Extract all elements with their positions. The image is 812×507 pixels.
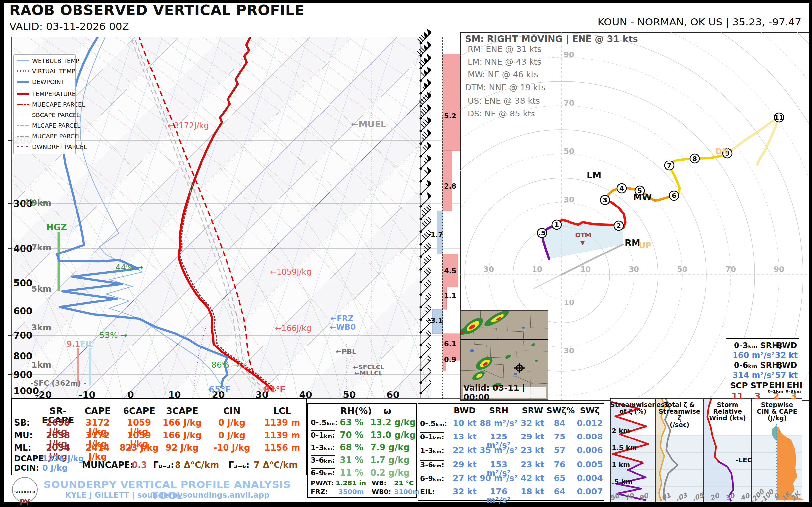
bwd3-header: BWD — [776, 342, 797, 350]
hodo-height-marker-label: 6 — [672, 191, 676, 200]
legend-item-wetbulb: WETBULB TEMP — [17, 57, 80, 64]
legend-label: MUCAPE PARCEL — [32, 133, 82, 139]
dtm-point-label: DTM — [575, 232, 592, 239]
hodo-height-marker-label: 2 — [616, 222, 621, 230]
rm-point-label: RM — [624, 238, 641, 247]
cape6-annotation: ←1059J/kg — [270, 268, 311, 276]
omega-bar-label: 2.8 — [444, 183, 456, 190]
hodo-ring-label: 70 — [564, 99, 574, 107]
shear-swzpct: 65 — [546, 474, 573, 483]
shear-srh: 176 m²/s² — [479, 488, 519, 505]
srh6-value: 314 m²/s² — [732, 371, 775, 380]
bwd6-header: BWD — [776, 361, 797, 370]
shear-swzpct: 64 — [546, 488, 573, 496]
srh3-header: 0-3ₖₘ SRH, — [734, 342, 781, 350]
dcape-bar-label: 9.1 — [66, 340, 81, 348]
mu-row-label: MU: — [14, 431, 33, 440]
omega-bar-label: -3.1 — [428, 317, 442, 324]
ehi3-header: EHI — [787, 381, 802, 389]
legend-item-mlcape: MLCAPE PARCEL — [17, 122, 81, 129]
hgz-label: HGZ — [46, 223, 67, 232]
shear-bwd: 22 kt — [451, 446, 478, 455]
height-label: 7km — [32, 242, 51, 252]
cape3-annotation: ←166J/kg — [275, 324, 311, 333]
mini-height-label: 2 km — [612, 427, 630, 435]
shear-bwd: 27 kt — [451, 474, 478, 483]
dwndrft-line-icon — [17, 146, 30, 147]
rh-row-label: 3-6ₖₘ: — [311, 456, 335, 464]
hodo-height-marker-label: 11 — [774, 114, 783, 121]
lapse36-value: 7 Δ°C/km — [254, 461, 298, 469]
ml-lcl: 1156 m — [262, 444, 302, 452]
hodo-ring-label: 90 — [564, 50, 574, 59]
srw-header: SRW — [519, 406, 546, 415]
hodo-ring-label: 10 — [532, 265, 543, 274]
frz-label: FRZ: — [311, 489, 328, 495]
omega-value: 1.7 g/kg — [370, 456, 410, 465]
shear-swz: 0.008 — [576, 433, 603, 441]
omega-value: 7.9 g/kg — [370, 443, 410, 452]
hodo-ring-label: 10 — [564, 298, 574, 307]
wb0-annotation: ←WB0 — [330, 323, 356, 331]
wb0-value: 3100m — [394, 489, 419, 495]
legend-item-mucape: MUCAPE PARCEL — [17, 133, 82, 139]
rh-value: 70 % — [335, 431, 368, 440]
shear-srw: 42 kt — [519, 474, 546, 483]
shear-srw: 29 kt — [519, 433, 546, 441]
rh-value: 63 % — [335, 418, 368, 427]
station-title: KOUN - NORMAN, OK US | 35.23, -97.47 — [503, 16, 801, 27]
srh3-value: 160 m²/s² — [732, 351, 775, 360]
height-label: 3km — [32, 323, 51, 332]
shear-srw: 32 kt — [519, 419, 546, 428]
shear-srh: 88 m²/s² — [479, 419, 519, 428]
rh-col-header: RH(%) — [340, 406, 372, 416]
panel2-title: Total ζ & Streamwise ζ (/sec) — [656, 402, 703, 428]
legend-label: SBCAPE PARCEL — [32, 112, 80, 118]
lm-point-label: LM — [587, 171, 601, 180]
legend-item-muecape: MUECAPE PARCEL — [17, 101, 86, 108]
mucape-line-icon — [17, 136, 30, 137]
muncape-value: 0.3 — [132, 461, 147, 469]
shear-srh: 35 m²/s² — [479, 446, 519, 455]
rm-motion: RM: ENE @ 31 kts — [468, 45, 542, 54]
hodo-height-marker-label: 8 — [693, 155, 697, 163]
mini-height-label: .5 km — [612, 477, 632, 486]
omega-value: 0.2 g/kg — [370, 468, 410, 477]
omega-value: 13.2 g/kg — [370, 418, 416, 427]
lm-motion: LM: NNE @ 43 kts — [468, 58, 542, 66]
hodo-ring-label: 70 — [725, 265, 736, 274]
mu-cin: 0 J/kg — [212, 431, 252, 440]
ml-3cape: 92 J/kg — [162, 444, 202, 452]
shear-bwd: 10 kt — [451, 419, 478, 428]
shear-swzpct: 76 — [546, 460, 573, 469]
rh-row-label: 1-3ₖₘ: — [311, 444, 335, 451]
lapse03-label: Γ₀₋₃: — [153, 461, 174, 469]
bwd6-value: 57 kt — [775, 371, 798, 380]
omega-bar-label: 0.9 — [444, 356, 456, 363]
rh-value: 31 % — [335, 456, 368, 465]
logo-text-bottom: PY — [13, 498, 37, 506]
virtual-temp-line-icon — [17, 70, 30, 72]
dewpoint-line-icon — [17, 81, 30, 83]
shear-swzpct: 84 — [546, 419, 573, 428]
shear-srw: 18 kt — [519, 488, 546, 496]
omega-bar-label: 6.1 — [444, 340, 456, 347]
legend-label: MUECAPE PARCEL — [32, 101, 86, 108]
us-motion: US: ENE @ 38 kts — [468, 97, 540, 105]
sb-row-label: SB: — [14, 418, 30, 427]
dcape-value: 1236 J/kg — [42, 455, 84, 463]
shear-bwd: 29 kt — [451, 460, 478, 469]
storm-motion-headline: SM: RIGHT MOVING | ENE @ 31 kts — [465, 35, 638, 44]
mlcape-line-icon — [17, 125, 30, 126]
shear-swz: 0.005 — [576, 460, 603, 469]
pressure-tick-label: 400 — [13, 243, 33, 254]
shear-row-label: 0-1ₖₘ: — [420, 433, 444, 441]
temp-tick-label: 50 — [343, 390, 356, 400]
mini-height-label: 1.5 km — [612, 444, 637, 452]
dcin-value: 0 J/kg — [42, 464, 67, 472]
muecape-line-icon — [17, 104, 30, 105]
legend-item-virtual: VIRTUAL TEMP — [17, 68, 75, 74]
hodo-height-marker-label: 3 — [603, 196, 607, 204]
legend-label: DEWPOINT — [32, 78, 64, 86]
hodo-height-marker-label: 1 — [554, 221, 559, 229]
